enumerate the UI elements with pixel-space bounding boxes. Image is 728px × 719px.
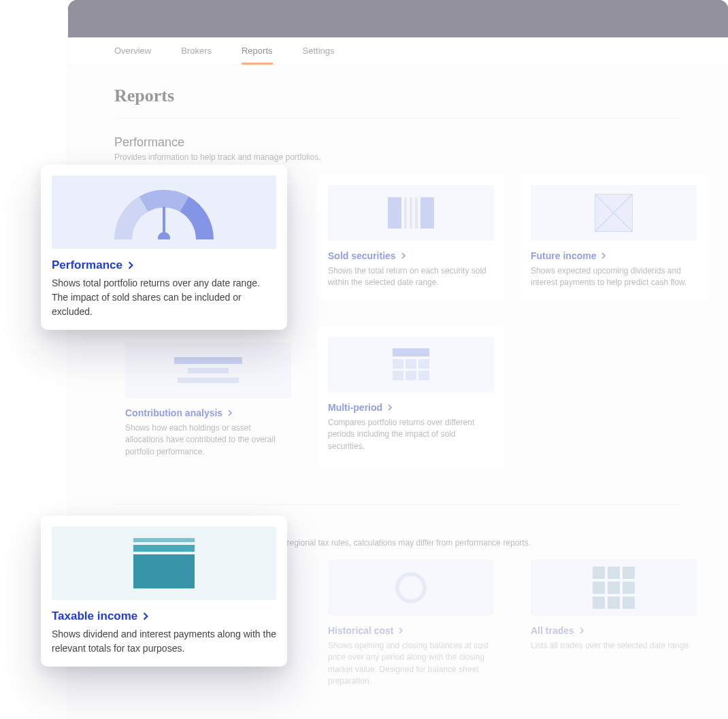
card-future-income[interactable]: Future income Shows expected upcoming di… (520, 174, 708, 300)
card-title: Multi-period (328, 402, 382, 413)
popout-desc: Shows dividend and interest payments alo… (52, 627, 276, 656)
card-desc: Shows how each holdings or asset allocat… (125, 422, 291, 458)
svg-rect-0 (595, 195, 633, 232)
thumb-sold-securities (328, 185, 494, 241)
chevron-right-icon (600, 252, 607, 259)
section-performance-title: Performance (114, 135, 682, 150)
thumb-all-trades (531, 560, 697, 616)
chevron-right-icon (127, 261, 135, 269)
tab-settings[interactable]: Settings (303, 37, 335, 65)
thumb-contribution (125, 342, 291, 398)
card-sold-securities[interactable]: Sold securities Shows the total return o… (317, 174, 505, 300)
popout-desc: Shows total portfolio returns over any d… (52, 276, 276, 319)
thumb-historical-cost (328, 560, 494, 616)
page-title: Reports (114, 86, 682, 119)
chevron-right-icon (397, 627, 404, 634)
card-desc: Shows the total return on each security … (328, 265, 494, 289)
thumb-multi-period (328, 337, 494, 392)
card-desc: Lists all trades over the selected date … (531, 640, 697, 652)
card-historical-cost[interactable]: Historical cost Shows opening and closin… (317, 560, 505, 699)
chevron-right-icon (142, 612, 150, 620)
card-contribution-analysis[interactable]: Contribution analysis Shows how each hol… (114, 342, 302, 469)
tab-reports[interactable]: Reports (242, 37, 273, 65)
thumb-taxable-income (52, 526, 276, 600)
popout-title: Taxable income (52, 609, 137, 623)
popout-title: Performance (52, 258, 122, 272)
chevron-right-icon (578, 627, 585, 634)
tab-brokers[interactable]: Brokers (181, 37, 212, 65)
chevron-right-icon (400, 252, 407, 259)
popout-performance[interactable]: Performance Shows total portfolio return… (41, 165, 287, 330)
card-desc: Shows opening and closing balances at co… (328, 640, 494, 688)
topbar (68, 0, 728, 37)
thumb-future-income (531, 185, 697, 241)
card-multi-period[interactable]: Multi-period Compares portfolio returns … (317, 326, 505, 469)
thumb-performance-gauge (52, 175, 276, 249)
card-desc: Compares portfolio returns over differen… (328, 417, 494, 452)
popout-taxable-income[interactable]: Taxable income Shows dividend and intere… (41, 516, 287, 667)
document-stack-icon (133, 538, 195, 588)
card-title: Historical cost (328, 625, 393, 636)
section-performance-desc: Provides information to help track and m… (114, 152, 682, 162)
card-title: Sold securities (328, 250, 396, 261)
card-spacer (520, 315, 708, 469)
card-all-trades[interactable]: All trades Lists all trades over the sel… (520, 560, 708, 699)
nav-tabs: Overview Brokers Reports Settings (68, 37, 728, 65)
tab-overview[interactable]: Overview (114, 37, 151, 65)
card-title: Future income (531, 250, 596, 261)
chevron-right-icon (386, 404, 393, 411)
card-title: All trades (531, 625, 574, 636)
gauge-icon (110, 185, 218, 239)
card-title: Contribution analysis (125, 407, 222, 418)
chevron-right-icon (227, 409, 233, 416)
card-desc: Shows expected upcoming dividends and in… (531, 265, 697, 289)
svg-rect-2 (163, 207, 165, 238)
